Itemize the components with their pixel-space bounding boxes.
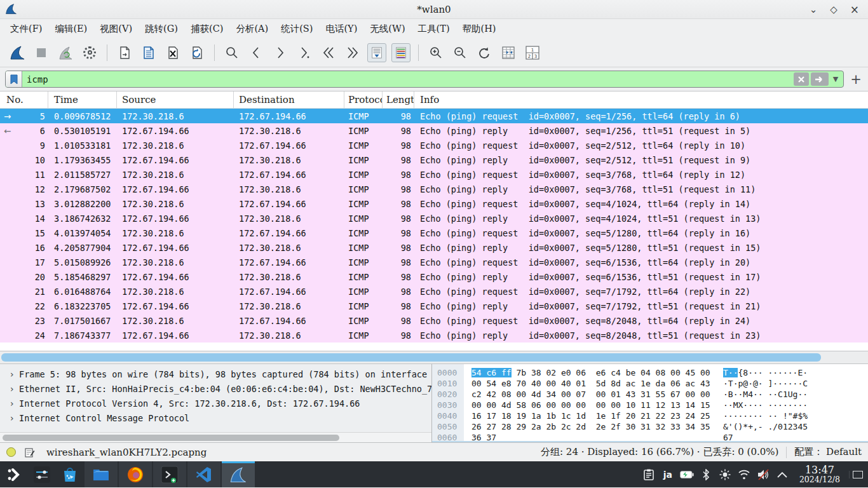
details-hscrollbar[interactable] [0, 432, 431, 442]
maximize-button[interactable]: ◇ [830, 4, 837, 15]
battery-tray-icon[interactable] [679, 465, 695, 484]
find-packet-button[interactable] [222, 43, 241, 62]
expander-chevron-icon[interactable]: › [10, 367, 19, 382]
input-method-indicator[interactable]: ja [660, 465, 676, 484]
menu-item-6[interactable]: 统计(S) [275, 20, 319, 37]
ascii-bytes[interactable]: &'()*+,- ./012345 [723, 421, 808, 432]
filter-apply-button[interactable] [811, 72, 829, 86]
column-header-protocol[interactable]: Protocol [344, 92, 383, 108]
hex-bytes[interactable]: 36 37 [471, 432, 721, 442]
hex-bytes[interactable]: 00 00 4d 58 06 00 00 00 00 00 10 11 12 1… [471, 400, 721, 410]
profile-label[interactable]: 配置： Default [794, 446, 862, 458]
packet-row-24[interactable]: 247.186743377172.67.194.66172.30.218.6IC… [0, 328, 868, 342]
clock[interactable]: 13:47 2024/12/8 [793, 464, 846, 484]
firefox-task-button[interactable] [119, 461, 152, 487]
restart-capture-button[interactable] [56, 43, 75, 62]
menu-item-5[interactable]: 分析(A) [229, 20, 275, 37]
filter-clear-button[interactable] [794, 72, 809, 86]
hex-bytes[interactable]: 54 c6 ff 7b 38 02 e0 06 e6 c4 be 04 08 0… [471, 367, 721, 378]
packet-row-9[interactable]: 91.010533181172.30.218.6172.67.194.66ICM… [0, 138, 868, 152]
packet-row-23[interactable]: 237.017501667172.30.218.6172.67.194.66IC… [0, 313, 868, 328]
stop-capture-button[interactable] [32, 43, 51, 62]
brightness-tray-icon[interactable] [717, 465, 733, 484]
menu-item-1[interactable]: 编辑(E) [48, 20, 93, 37]
first-packet-button[interactable] [319, 43, 338, 62]
filter-dropdown-caret[interactable]: ▼ [831, 75, 841, 83]
hex-bytes[interactable]: 26 27 28 29 2a 2b 2c 2d 2e 2f 30 31 32 3… [471, 421, 721, 432]
close-file-button[interactable] [163, 43, 182, 62]
menu-item-10[interactable]: 帮助(H) [456, 20, 503, 37]
display-filter-input[interactable]: icmp ▼ [5, 71, 844, 88]
next-packet-button[interactable] [271, 43, 290, 62]
hex-row-0040[interactable]: 004016 17 18 19 1a 1b 1c 1d 1e 1f 20 21 … [432, 410, 868, 421]
packet-row-20[interactable]: 205.185468297172.67.194.66172.30.218.6IC… [0, 269, 868, 284]
auto-scroll-button[interactable] [367, 43, 386, 62]
vscode-task-button[interactable] [187, 461, 220, 487]
menu-item-4[interactable]: 捕获(C) [184, 20, 229, 37]
start-capture-button[interactable] [8, 43, 27, 62]
zoom-in-button[interactable] [426, 43, 445, 62]
packet-list-hscrollbar[interactable] [0, 351, 868, 363]
menu-item-7[interactable]: 电话(Y) [319, 20, 363, 37]
layout-button[interactable]: 123 [523, 43, 542, 62]
discover-task-button[interactable] [56, 461, 84, 487]
open-file-button[interactable] [115, 43, 134, 62]
packet-row-5[interactable]: 5→0.009678512172.30.218.6172.67.194.66IC… [0, 109, 868, 123]
packet-row-14[interactable]: 143.186742632172.67.194.66172.30.218.6IC… [0, 211, 868, 226]
reload-file-button[interactable] [187, 43, 207, 62]
previous-packet-button[interactable] [247, 43, 266, 62]
ascii-bytes[interactable]: 67 [723, 432, 733, 442]
colorize-button[interactable] [391, 43, 410, 62]
ascii-bytes[interactable]: ········ ·· !"#$% [723, 410, 808, 421]
column-header-no[interactable]: No. [0, 92, 48, 108]
packet-row-17[interactable]: 175.015089926172.30.218.6172.67.194.66IC… [0, 255, 868, 269]
column-header-source[interactable]: Source [117, 92, 234, 108]
menu-item-0[interactable]: 文件(F) [4, 20, 48, 37]
hex-row-0030[interactable]: 003000 00 4d 58 06 00 00 00 00 00 10 11 … [432, 400, 868, 410]
menu-item-9[interactable]: 工具(T) [412, 20, 456, 37]
expander-chevron-icon[interactable]: › [10, 382, 19, 396]
hex-row-0050[interactable]: 005026 27 28 29 2a 2b 2c 2d 2e 2f 30 31 … [432, 421, 868, 432]
close-button[interactable]: × [850, 3, 859, 16]
packet-row-16[interactable]: 164.205877904172.67.194.66172.30.218.6IC… [0, 240, 868, 255]
column-header-length[interactable]: Lengtl [383, 92, 414, 108]
scrollbar-thumb[interactable] [1, 353, 821, 362]
column-header-info[interactable]: Info [414, 92, 868, 108]
ascii-bytes[interactable]: ·T·p@·@· ]······C [723, 378, 808, 389]
expander-chevron-icon[interactable]: › [10, 396, 19, 411]
wifi-tray-icon[interactable] [736, 465, 752, 484]
zoom-reset-button[interactable] [475, 43, 494, 62]
detail-line-2[interactable]: ›Internet Protocol Version 4, Src: 172.3… [0, 396, 431, 411]
detail-line-0[interactable]: ›Frame 5: 98 bytes on wire (784 bits), 9… [0, 367, 431, 382]
packet-row-21[interactable]: 216.016488764172.30.218.6172.67.194.66IC… [0, 284, 868, 299]
hex-row-0000[interactable]: 000054 c6 ff 7b 38 02 e0 06 e6 c4 be 04 … [432, 367, 868, 378]
tray-expander-chevron-icon[interactable] [774, 465, 790, 484]
menu-item-2[interactable]: 视图(V) [93, 20, 139, 37]
ascii-bytes[interactable]: ··MX···· ········ [723, 400, 808, 410]
show-desktop-button[interactable] [849, 471, 865, 478]
minimize-button[interactable]: ⌄ [810, 4, 818, 15]
capture-options-button[interactable] [80, 43, 99, 62]
packet-row-6[interactable]: 6←0.530105191172.67.194.66172.30.218.6IC… [0, 123, 868, 138]
capture-comment-icon[interactable] [25, 447, 35, 458]
bluetooth-tray-icon[interactable] [698, 465, 714, 484]
resize-columns-button[interactable] [499, 43, 518, 62]
packet-row-13[interactable]: 133.012882200172.30.218.6172.67.194.66IC… [0, 196, 868, 211]
expert-info-icon[interactable] [6, 447, 16, 457]
column-header-destination[interactable]: Destination [234, 92, 344, 108]
app-launcher-button[interactable] [0, 461, 28, 487]
hex-bytes[interactable]: 00 54 e8 70 40 00 40 01 5d 8d ac 1e da 0… [471, 378, 721, 389]
packet-row-10[interactable]: 101.179363455172.67.194.66172.30.218.6IC… [0, 152, 868, 167]
hex-row-0060[interactable]: 006036 3767 [432, 432, 868, 442]
hex-bytes[interactable]: 16 17 18 19 1a 1b 1c 1d 1e 1f 20 21 22 2… [471, 410, 721, 421]
hex-row-0010[interactable]: 001000 54 e8 70 40 00 40 01 5d 8d ac 1e … [432, 378, 868, 389]
zoom-out-button[interactable] [451, 43, 470, 62]
hex-bytes[interactable]: c2 42 08 00 4d 34 00 07 00 01 43 31 55 6… [471, 389, 721, 400]
filter-bookmark-button[interactable] [6, 71, 22, 87]
menu-item-8[interactable]: 无线(W) [363, 20, 411, 37]
save-file-button[interactable] [139, 43, 158, 62]
column-header-time[interactable]: Time [48, 92, 117, 108]
file-manager-task-button[interactable] [85, 461, 118, 487]
go-to-packet-button[interactable] [295, 43, 314, 62]
detail-line-3[interactable]: ›Internet Control Message Protocol [0, 411, 431, 426]
